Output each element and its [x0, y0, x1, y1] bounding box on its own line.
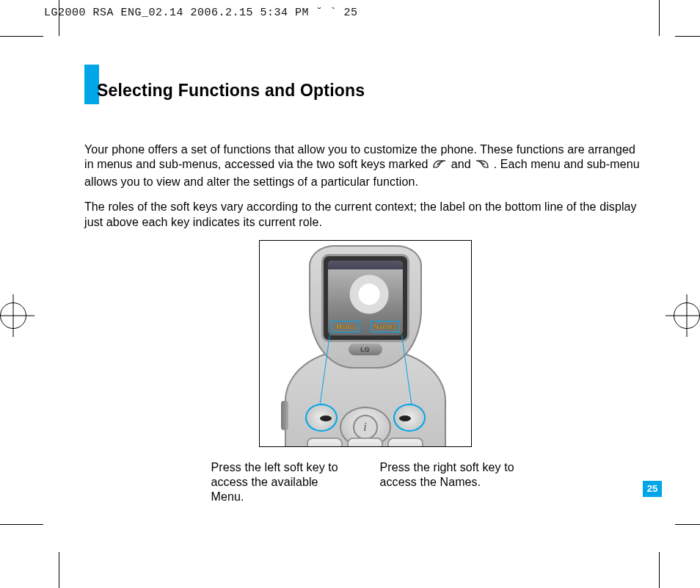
- phone-key: [387, 438, 423, 447]
- phone-keypad-row: [307, 438, 424, 447]
- paragraph-2: The roles of the soft keys vary accordin…: [84, 200, 646, 230]
- para1-segment-b: and: [451, 158, 475, 170]
- title-row: Selecting Functions and Options: [84, 65, 646, 104]
- crop-mark: [659, 0, 660, 36]
- phone-figure: Menu Names LG i: [259, 240, 472, 447]
- phone-screen: Menu Names: [328, 261, 403, 335]
- document-header: LG2000 RSA ENG_02.14 2006.2.15 5:34 PM ˘…: [44, 7, 358, 19]
- figure-captions: Press the left soft key to access the av…: [84, 460, 646, 504]
- registration-mark: [674, 302, 700, 329]
- phone-status-bar: [328, 261, 403, 269]
- page-number-badge: 25: [643, 481, 662, 497]
- phone-key: [347, 438, 383, 447]
- figure-wrap: Menu Names LG i: [84, 240, 646, 504]
- right-softkey-icon: [474, 159, 490, 174]
- screen-softkey-left: Menu: [331, 321, 360, 333]
- page-content: Selecting Functions and Options Your pho…: [84, 65, 646, 504]
- body-text: Your phone offers a set of functions tha…: [84, 142, 646, 504]
- crop-mark: [0, 524, 43, 525]
- nav-center-glyph: i: [363, 420, 367, 435]
- screen-softkey-right: Names: [371, 321, 400, 333]
- phone-brand-badge: LG: [349, 344, 382, 355]
- phone-softkey-row: Menu Names: [328, 321, 403, 335]
- page-title: Selecting Functions and Options: [97, 65, 365, 104]
- caption-left: Press the left soft key to access the av…: [211, 460, 351, 504]
- caption-right: Press the right soft key to access the N…: [380, 460, 519, 504]
- paragraph-1: Your phone offers a set of functions tha…: [84, 142, 646, 189]
- crop-mark: [675, 524, 700, 525]
- right-softkey-hardware: [393, 404, 426, 432]
- registration-mark: [0, 302, 26, 329]
- left-softkey-icon: [431, 159, 448, 174]
- crop-mark: [59, 552, 59, 588]
- phone-side-button: [281, 401, 288, 430]
- crop-mark: [659, 552, 660, 588]
- left-softkey-hardware: [305, 404, 338, 432]
- crop-mark: [675, 36, 700, 37]
- phone-key: [307, 438, 343, 447]
- phone-screen-frame: Menu Names: [321, 254, 409, 342]
- crop-mark: [0, 36, 43, 37]
